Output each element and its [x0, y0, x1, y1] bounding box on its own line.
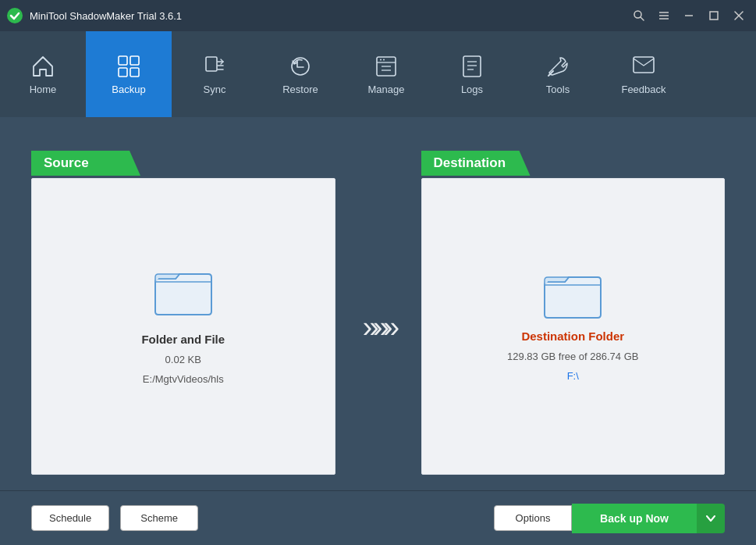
nav-label-logs: Logs [461, 84, 483, 95]
destination-card-body[interactable]: Destination Folder 129.83 GB free of 286… [421, 178, 726, 475]
main-content: Source Folder and File 0.02 KB E:/MgtvVi… [0, 117, 756, 490]
app-title: MiniTool ShadowMaker Trial 3.6.1 [30, 10, 182, 22]
nav-item-restore[interactable]: Restore [257, 31, 343, 117]
restore-icon [288, 54, 313, 79]
destination-header-label: Destination [421, 151, 531, 176]
manage-icon [374, 54, 399, 79]
schedule-button[interactable]: Schedule [31, 505, 109, 531]
nav-item-feedback[interactable]: Feedback [601, 31, 687, 117]
backup-icon [116, 54, 141, 79]
destination-card-free: 129.83 GB free of 286.74 GB [507, 351, 638, 362]
close-button[interactable] [728, 5, 750, 27]
destination-card-path: F:\ [567, 370, 579, 382]
svg-line-2 [641, 17, 644, 20]
search-icon [633, 9, 645, 22]
nav-label-home: Home [30, 84, 57, 95]
nav-item-home[interactable]: Home [0, 31, 86, 117]
source-card-size: 0.02 KB [165, 354, 201, 365]
nav-item-manage[interactable]: Manage [343, 31, 429, 117]
arrow-section: »»» [335, 280, 421, 344]
bottom-left: Schedule Scheme [31, 505, 198, 531]
scheme-button[interactable]: Scheme [120, 505, 198, 531]
title-bar: MiniTool ShadowMaker Trial 3.6.1 [0, 0, 756, 31]
nav-label-restore: Restore [282, 84, 318, 95]
source-card-path: E:/MgtvVideos/hls [143, 373, 224, 385]
svg-point-0 [7, 8, 23, 23]
nav-item-sync[interactable]: Sync [172, 31, 257, 117]
source-card-body[interactable]: Folder and File 0.02 KB E:/MgtvVideos/hl… [31, 178, 335, 475]
search-button[interactable] [628, 5, 650, 27]
destination-folder-icon [541, 271, 604, 322]
logs-icon [460, 54, 484, 79]
home-icon [30, 54, 55, 79]
nav-label-tools: Tools [546, 84, 570, 95]
svg-rect-27 [634, 57, 654, 73]
maximize-icon [708, 9, 720, 22]
destination-card-title: Destination Folder [521, 329, 624, 343]
app-logo-icon [6, 7, 23, 24]
svg-rect-7 [710, 12, 718, 20]
destination-card-wrapper: Destination Destination Folder 129.83 GB… [421, 148, 726, 475]
source-folder-icon [152, 268, 215, 319]
destination-card-header: Destination [421, 148, 726, 178]
title-bar-controls [628, 5, 750, 27]
arrow-chevrons-icon: »»» [363, 311, 393, 344]
nav-item-backup[interactable]: Backup [86, 31, 172, 117]
source-card-title: Folder and File [141, 333, 225, 346]
source-header-label: Source [31, 151, 140, 176]
nav-item-tools[interactable]: Tools [515, 31, 601, 117]
chevron-down-icon [706, 515, 715, 522]
minimize-button[interactable] [678, 5, 700, 27]
svg-point-21 [383, 59, 385, 60]
svg-rect-14 [206, 57, 217, 71]
options-button[interactable]: Options [494, 505, 572, 531]
bottom-right: Options Back up Now [494, 504, 725, 533]
backup-now-button[interactable]: Back up Now [572, 504, 697, 533]
nav-label-manage: Manage [368, 84, 405, 95]
maximize-button[interactable] [703, 5, 725, 27]
source-card-header: Source [31, 148, 335, 178]
backup-dropdown-button[interactable] [697, 504, 725, 533]
nav-item-logs[interactable]: Logs [429, 31, 515, 117]
close-icon [733, 10, 744, 21]
menu-button[interactable] [653, 5, 675, 27]
svg-point-20 [380, 59, 382, 60]
sync-icon [202, 54, 227, 79]
nav-label-backup: Backup [112, 84, 145, 95]
nav-bar: Home Backup Sync Restore [0, 31, 756, 117]
svg-rect-10 [119, 56, 127, 65]
nav-label-sync: Sync [204, 84, 226, 95]
title-bar-left: MiniTool ShadowMaker Trial 3.6.1 [6, 7, 182, 24]
tools-icon [545, 54, 570, 79]
svg-rect-22 [463, 56, 481, 77]
minimize-icon [683, 9, 695, 22]
bottom-bar: Schedule Scheme Options Back up Now [0, 490, 756, 545]
svg-rect-12 [119, 68, 127, 77]
menu-icon [658, 9, 670, 22]
svg-rect-13 [130, 68, 139, 77]
feedback-icon [631, 54, 656, 79]
svg-rect-11 [130, 56, 139, 65]
source-card-wrapper: Source Folder and File 0.02 KB E:/MgtvVi… [31, 148, 335, 475]
nav-label-feedback: Feedback [621, 84, 665, 95]
